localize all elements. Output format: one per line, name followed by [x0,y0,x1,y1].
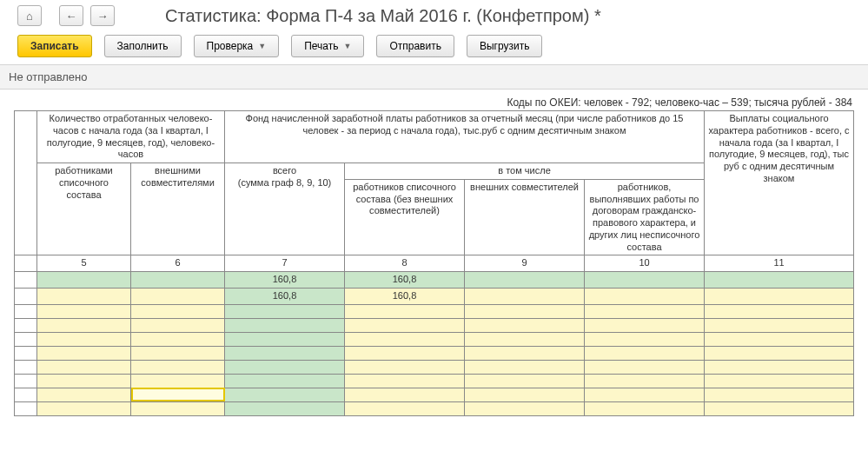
colnum-6: 6 [131,255,225,272]
cell-col10[interactable] [585,374,705,388]
cell-col10[interactable] [585,332,705,346]
cell-col8[interactable] [345,388,465,401]
cell-col6[interactable] [131,346,225,360]
cell-col7[interactable] [225,304,345,318]
cell-col5[interactable] [37,304,131,318]
table-row [15,304,854,318]
header-col9: внешних совместителей [465,179,585,255]
check-button[interactable]: Проверка ▼ [194,35,280,57]
cell-col6[interactable] [131,318,225,332]
cell-col9[interactable] [465,272,585,289]
cell-col8[interactable]: 160,8 [345,272,465,289]
cell-col6[interactable] [131,272,225,289]
cell-col7[interactable] [225,388,345,401]
colnum-5: 5 [37,255,131,272]
cell-col9[interactable] [465,374,585,388]
write-button[interactable]: Записать [17,35,92,57]
fill-button[interactable]: Заполнить [104,35,182,57]
okei-codes-label: Коды по ОКЕИ: человек - 792; человеко-ча… [14,90,854,110]
send-button[interactable]: Отправить [376,35,454,57]
cell-col9[interactable] [465,332,585,346]
cell-col11[interactable] [705,401,854,415]
cell-col10[interactable] [585,388,705,401]
cell-col8[interactable] [345,374,465,388]
row-stub [15,332,37,346]
header-col8-10: в том числе [345,163,705,180]
cell-col10[interactable] [585,401,705,415]
cell-col11[interactable] [705,374,854,388]
forward-button[interactable]: → [90,5,115,26]
cell-col5[interactable] [37,318,131,332]
cell-col8[interactable] [345,332,465,346]
colnum-7: 7 [225,255,345,272]
cell-col7[interactable]: 160,8 [225,272,345,289]
table-row: 160,8160,8 [15,288,854,304]
cell-col11[interactable] [705,272,854,289]
row-stub [15,360,37,374]
cell-col5[interactable] [37,332,131,346]
print-button[interactable]: Печать ▼ [291,35,364,57]
cell-col11[interactable] [705,346,854,360]
cell-col6[interactable] [131,388,225,401]
colnum-10: 10 [585,255,705,272]
cell-col11[interactable] [705,360,854,374]
cell-col11[interactable] [705,318,854,332]
cell-col6[interactable] [131,332,225,346]
cell-col7[interactable] [225,374,345,388]
cell-col11[interactable] [705,288,854,304]
chevron-down-icon: ▼ [343,42,351,50]
cell-col9[interactable] [465,346,585,360]
cell-col11[interactable] [705,332,854,346]
cell-col9[interactable] [465,304,585,318]
cell-col7[interactable] [225,401,345,415]
cell-col7[interactable] [225,318,345,332]
cell-col6[interactable] [131,374,225,388]
cell-col7[interactable]: 160,8 [225,288,345,304]
cell-col5[interactable] [37,374,131,388]
cell-col5[interactable] [37,401,131,415]
cell-col10[interactable] [585,360,705,374]
home-button[interactable]: ⌂ [17,5,42,26]
cell-col8[interactable] [345,401,465,415]
header-col10: работников, выполнявших работы по догово… [585,179,705,255]
cell-col6[interactable] [131,401,225,415]
table-row [15,332,854,346]
colnum-9: 9 [465,255,585,272]
cell-col5[interactable] [37,360,131,374]
cell-col10[interactable] [585,318,705,332]
cell-col9[interactable] [465,360,585,374]
cell-col6[interactable] [131,288,225,304]
cell-col5[interactable] [37,346,131,360]
header-col7-10: Фонд начисленной заработной платы работн… [225,111,705,163]
table-row [15,374,854,388]
cell-col6[interactable] [131,304,225,318]
cell-col8[interactable] [345,318,465,332]
cell-col7[interactable] [225,346,345,360]
cell-col6[interactable] [131,360,225,374]
cell-col8[interactable] [345,360,465,374]
cell-col9[interactable] [465,318,585,332]
row-stub [15,388,37,401]
cell-col5[interactable] [37,288,131,304]
cell-col7[interactable] [225,332,345,346]
cell-col8[interactable] [345,346,465,360]
row-stub [15,304,37,318]
cell-col8[interactable]: 160,8 [345,288,465,304]
colnum-blank [15,255,37,272]
cell-col9[interactable] [465,401,585,415]
cell-col9[interactable] [465,388,585,401]
cell-col10[interactable] [585,288,705,304]
cell-col11[interactable] [705,304,854,318]
cell-col10[interactable] [585,272,705,289]
back-button[interactable]: ← [59,5,83,26]
cell-col10[interactable] [585,304,705,318]
cell-col5[interactable] [37,272,131,289]
cell-col10[interactable] [585,346,705,360]
cell-col7[interactable] [225,360,345,374]
cell-col8[interactable] [345,304,465,318]
export-button[interactable]: Выгрузить [467,35,543,57]
row-stub [15,318,37,332]
cell-col11[interactable] [705,388,854,401]
cell-col9[interactable] [465,288,585,304]
cell-col5[interactable] [37,388,131,401]
